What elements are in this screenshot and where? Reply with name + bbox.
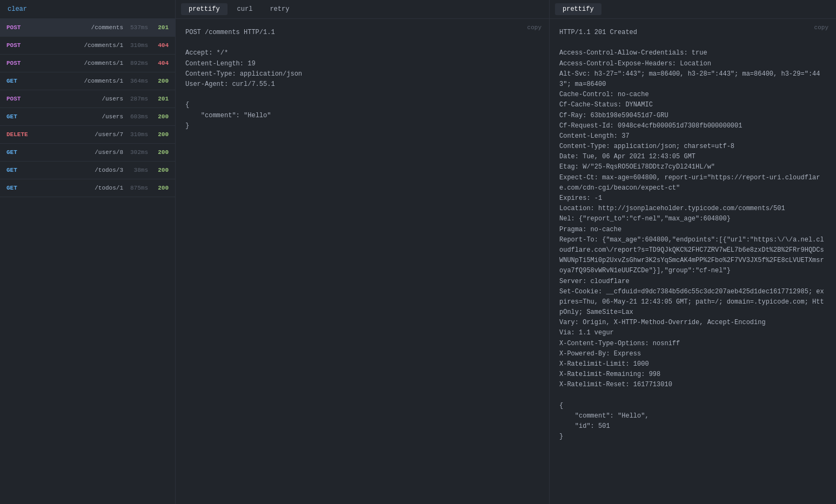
method-label: POST (6, 42, 35, 49)
right-copy-hint[interactable]: copy (814, 24, 828, 31)
status-label: 200 (152, 185, 169, 191)
middle-content: copy POST /comments HTTP/1.1 Accept: */*… (176, 19, 549, 504)
endpoint-label: /todos/1 (35, 185, 123, 191)
method-label: GET (6, 113, 35, 120)
duration-label: 310ms (128, 131, 148, 138)
endpoint-label: /comments (35, 24, 123, 31)
request-content: POST /comments HTTP/1.1 Accept: */* Cont… (185, 28, 539, 131)
request-item[interactable]: GET /users 603ms 200 (0, 108, 175, 126)
middle-tab-curl[interactable]: curl (230, 3, 260, 15)
status-label: 404 (152, 42, 169, 49)
middle-panel: prettifycurlretry copy POST /comments HT… (176, 0, 550, 504)
endpoint-label: /users (35, 96, 123, 102)
status-label: 404 (152, 60, 169, 66)
request-item[interactable]: DELETE /users/7 310ms 200 (0, 126, 175, 144)
method-label: GET (6, 78, 35, 84)
request-list: POST /comments 537ms 201 POST /comments/… (0, 19, 175, 504)
middle-tabs: prettifycurlretry (176, 0, 549, 19)
clear-button[interactable]: clear (5, 4, 29, 14)
middle-copy-hint[interactable]: copy (527, 24, 541, 31)
right-panel: prettify copy HTTP/1.1 201 Created Acces… (550, 0, 836, 504)
request-item[interactable]: POST /comments/1 310ms 404 (0, 37, 175, 55)
status-label: 200 (152, 113, 169, 120)
request-item[interactable]: POST /comments 537ms 201 (0, 19, 175, 37)
method-label: POST (6, 24, 35, 31)
method-label: POST (6, 96, 35, 102)
status-label: 201 (152, 96, 169, 102)
right-content: copy HTTP/1.1 201 Created Access-Control… (550, 19, 836, 504)
request-item[interactable]: GET /todos/1 875ms 200 (0, 179, 175, 197)
status-label: 200 (152, 149, 169, 156)
endpoint-label: /users (35, 113, 123, 120)
right-tab-prettify[interactable]: prettify (555, 3, 601, 15)
request-item[interactable]: POST /comments/1 892ms 404 (0, 55, 175, 72)
endpoint-label: /users/8 (35, 149, 123, 156)
middle-tab-retry[interactable]: retry (262, 3, 297, 15)
clear-bar: clear (0, 0, 175, 19)
endpoint-label: /users/7 (35, 131, 123, 138)
duration-label: 892ms (128, 60, 148, 66)
duration-label: 875ms (128, 185, 148, 191)
main-layout: clear POST /comments 537ms 201 POST /com… (0, 0, 836, 504)
status-label: 200 (152, 78, 169, 84)
duration-label: 302ms (128, 149, 148, 156)
method-label: GET (6, 185, 35, 191)
duration-label: 38ms (128, 167, 148, 173)
duration-label: 603ms (128, 113, 148, 120)
method-label: GET (6, 167, 35, 173)
status-label: 200 (152, 131, 169, 138)
endpoint-label: /comments/1 (35, 78, 123, 84)
request-item[interactable]: POST /users 287ms 201 (0, 90, 175, 108)
duration-label: 537ms (128, 24, 148, 31)
duration-label: 310ms (128, 42, 148, 49)
status-label: 200 (152, 167, 169, 173)
middle-tab-prettify[interactable]: prettify (181, 3, 228, 15)
endpoint-label: /todos/3 (35, 167, 123, 173)
status-label: 201 (152, 24, 169, 31)
endpoint-label: /comments/1 (35, 42, 123, 49)
request-item[interactable]: GET /comments/1 364ms 200 (0, 72, 175, 90)
method-label: GET (6, 149, 35, 156)
duration-label: 287ms (128, 96, 148, 102)
left-panel: clear POST /comments 537ms 201 POST /com… (0, 0, 176, 504)
method-label: POST (6, 60, 35, 66)
request-item[interactable]: GET /users/8 302ms 200 (0, 144, 175, 162)
duration-label: 364ms (128, 78, 148, 84)
method-label: DELETE (6, 131, 35, 138)
response-content: HTTP/1.1 201 Created Access-Control-Allo… (559, 28, 826, 442)
endpoint-label: /comments/1 (35, 60, 123, 66)
request-item[interactable]: GET /todos/3 38ms 200 (0, 162, 175, 179)
right-tabs: prettify (550, 0, 836, 19)
